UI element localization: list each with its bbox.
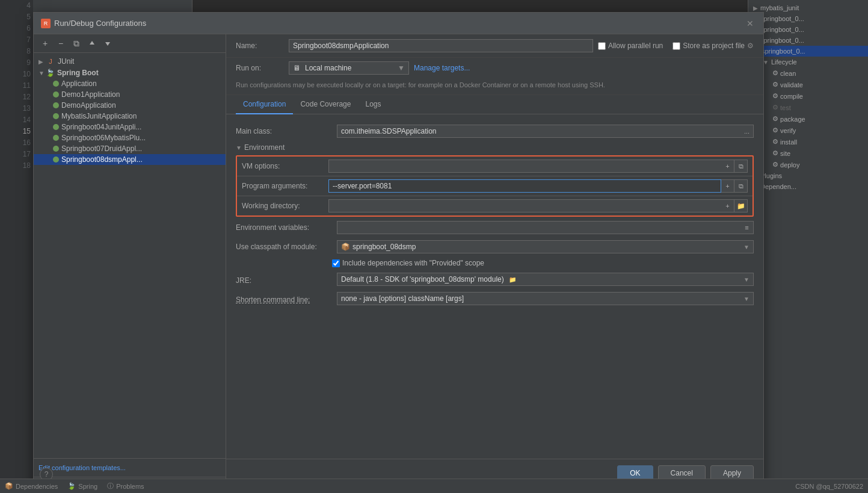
dialog-title-group: R Run/Debug Configurations bbox=[41, 19, 146, 28]
vm-browse-button[interactable]: ⧉ bbox=[734, 160, 748, 173]
sb06-icon bbox=[53, 135, 59, 141]
tree-item-junit[interactable]: ▶ J JUnit bbox=[34, 55, 226, 67]
main-class-input-group: ... bbox=[337, 125, 754, 138]
environment-section-header[interactable]: ▼ Environment bbox=[226, 141, 763, 154]
junit-icon: J bbox=[46, 57, 55, 66]
main-class-input[interactable] bbox=[337, 125, 740, 138]
prog-args-expand-button[interactable]: + bbox=[721, 179, 734, 193]
run-on-dropdown[interactable]: 🖥 Local machine ▼ bbox=[289, 61, 409, 75]
tree-item-sb04[interactable]: Springboot04JunitAppli... bbox=[34, 122, 226, 132]
lifecycle-deploy[interactable]: ⚙ deploy bbox=[768, 159, 868, 170]
right-maven-panel: ▶ mybatis_junit ▶ springboot_0... ▶ spri… bbox=[748, 0, 868, 493]
program-args-input[interactable] bbox=[328, 179, 721, 193]
lifecycle-package[interactable]: ⚙ package bbox=[768, 113, 868, 125]
vm-options-input[interactable] bbox=[328, 160, 721, 173]
status-spring[interactable]: 🍃 Spring bbox=[67, 482, 97, 490]
lifecycle-validate[interactable]: ⚙ validate bbox=[768, 79, 868, 90]
right-item-mybatis[interactable]: ▶ mybatis_junit bbox=[748, 2, 868, 13]
right-item-sb3[interactable]: ▼ springboot_0... bbox=[748, 46, 868, 57]
tab-code-coverage[interactable]: Code Coverage bbox=[293, 95, 358, 114]
env-vars-input-group: ≡ bbox=[337, 221, 754, 234]
program-args-label: Program arguments: bbox=[242, 182, 326, 190]
status-dependencies[interactable]: 📦 Dependencies bbox=[5, 482, 58, 490]
dialog-left-toolbar: + − ⧉ bbox=[34, 34, 226, 53]
allow-parallel-label[interactable]: Allow parallel run bbox=[598, 42, 663, 50]
env-vars-input[interactable] bbox=[337, 221, 740, 234]
lifecycle-compile[interactable]: ⚙ compile bbox=[768, 90, 868, 102]
move-up-icon bbox=[88, 40, 96, 47]
remove-config-button[interactable]: − bbox=[54, 37, 67, 50]
config-tree: ▶ J JUnit ▼ 🍃 Spring Boot Application bbox=[34, 53, 226, 458]
checkbox-group: Allow parallel run Store as project file… bbox=[598, 42, 754, 50]
lifecycle-install[interactable]: ⚙ install bbox=[768, 136, 868, 147]
machine-icon: 🖥 bbox=[293, 64, 300, 72]
tree-item-mybatis-junit[interactable]: MybatisJunitApplication bbox=[34, 111, 226, 122]
classpath-dropdown[interactable]: 📦 springboot_08dsmp ▼ bbox=[337, 240, 754, 253]
right-plugins-item[interactable]: ▶ Plugins bbox=[748, 170, 868, 181]
tabs-bar: Configuration Code Coverage Logs bbox=[226, 95, 763, 114]
module-icon: 📦 bbox=[341, 243, 350, 251]
lifecycle-site[interactable]: ⚙ site bbox=[768, 147, 868, 159]
store-project-text: Store as project file bbox=[683, 42, 745, 50]
jre-value: Default (1.8 - SDK of 'springboot_08dsmp… bbox=[341, 275, 504, 284]
working-dir-expand-button[interactable]: + bbox=[721, 199, 734, 212]
working-dir-browse-button[interactable]: 📁 bbox=[734, 199, 748, 212]
shorten-dropdown[interactable]: none - java [options] className [args] ▼ bbox=[337, 292, 754, 305]
lifecycle-verify[interactable]: ⚙ verify bbox=[768, 125, 868, 136]
compile-label: compile bbox=[780, 93, 803, 100]
spring-text: Spring bbox=[78, 483, 97, 490]
jre-row: JRE: Default (1.8 - SDK of 'springboot_0… bbox=[226, 270, 763, 289]
copy-config-button[interactable]: ⧉ bbox=[70, 37, 83, 50]
tree-item-demo[interactable]: DemoApplication bbox=[34, 100, 226, 111]
status-problems[interactable]: ⓘ Problems bbox=[107, 482, 144, 491]
tab-logs[interactable]: Logs bbox=[358, 95, 388, 114]
include-deps-checkbox[interactable] bbox=[332, 259, 340, 267]
dialog-close-button[interactable]: ✕ bbox=[744, 17, 756, 29]
lifecycle-test[interactable]: ⚙ test bbox=[768, 102, 868, 113]
sb04-label: Springboot04JunitAppli... bbox=[61, 123, 141, 131]
working-dir-input[interactable] bbox=[328, 199, 721, 212]
prog-args-browse-button[interactable]: ⧉ bbox=[734, 179, 748, 193]
deps-text: Dependencies bbox=[16, 483, 58, 490]
demo-icon bbox=[53, 102, 59, 108]
main-class-browse-button[interactable]: ... bbox=[740, 125, 754, 138]
vm-options-row: VM options: + ⧉ bbox=[237, 157, 753, 176]
tab-configuration[interactable]: Configuration bbox=[236, 95, 293, 114]
vm-options-input-group: + ⧉ bbox=[328, 160, 748, 173]
manage-targets-link[interactable]: Manage targets... bbox=[414, 64, 470, 72]
right-lifecycle-item[interactable]: ▼ Lifecycle bbox=[758, 57, 868, 67]
right-item-sb2[interactable]: ▶ springboot_0... bbox=[748, 35, 868, 46]
move-down-button[interactable] bbox=[101, 37, 114, 50]
name-input[interactable] bbox=[289, 39, 593, 52]
env-vars-row: Environment variables: ≡ bbox=[226, 218, 763, 237]
store-project-checkbox[interactable] bbox=[673, 42, 680, 50]
env-vars-edit-button[interactable]: ≡ bbox=[740, 221, 754, 234]
jre-folder-icon: 📁 bbox=[509, 276, 516, 283]
move-up-button[interactable] bbox=[85, 37, 99, 50]
lifecycle-clean[interactable]: ⚙ clean bbox=[768, 67, 868, 79]
include-deps-row: Include dependencies with "Provided" sco… bbox=[226, 256, 763, 270]
tree-item-sb08[interactable]: Springboot08dsmpAppl... bbox=[34, 154, 226, 165]
right-sb3-label: springboot_0... bbox=[762, 48, 805, 55]
working-dir-label: Working directory: bbox=[242, 202, 326, 210]
springboot-icon: 🍃 bbox=[46, 69, 55, 77]
deps-icon: 📦 bbox=[5, 482, 13, 490]
tree-item-springboot[interactable]: ▼ 🍃 Spring Boot bbox=[34, 67, 226, 78]
add-config-button[interactable]: + bbox=[38, 37, 52, 50]
right-deps-item[interactable]: ▶ Dependen... bbox=[748, 181, 868, 192]
tree-item-application[interactable]: Application bbox=[34, 78, 226, 89]
tree-item-demo1[interactable]: Demo1Application bbox=[34, 89, 226, 100]
vm-expand-button[interactable]: + bbox=[721, 160, 734, 173]
right-item-sb1[interactable]: ▶ springboot_0... bbox=[748, 24, 868, 35]
tree-item-sb06[interactable]: Springboot06MybatisPlu... bbox=[34, 132, 226, 143]
line-numbers: 4 5 6 7 8 9 10 11 12 13 14 15 16 17 18 bbox=[0, 0, 33, 493]
right-item-sb0[interactable]: ▶ springboot_0... bbox=[748, 13, 868, 24]
jre-dropdown[interactable]: Default (1.8 - SDK of 'springboot_08dsmp… bbox=[337, 273, 754, 286]
tree-item-sb07[interactable]: Springboot07DruidAppl... bbox=[34, 143, 226, 154]
allow-parallel-checkbox[interactable] bbox=[598, 42, 606, 50]
demo1-icon bbox=[53, 91, 59, 98]
edit-config-section: Edit configuration templates... bbox=[34, 458, 226, 477]
store-project-label[interactable]: Store as project file ⚙ bbox=[673, 42, 754, 50]
name-row: Name: Allow parallel run Store as projec… bbox=[226, 34, 763, 58]
right-arrow-icon: ▶ bbox=[753, 5, 758, 11]
